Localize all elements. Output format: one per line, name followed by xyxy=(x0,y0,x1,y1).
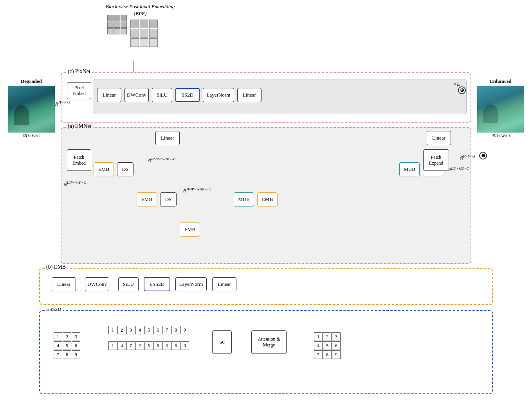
degraded-label: Degraded xyxy=(8,78,55,84)
pixnet-label: (c) PixNet xyxy=(66,68,92,75)
pixnet-dwconv: DWConv xyxy=(124,88,149,102)
math-rxw3-right2: ℝH×W×3 xyxy=(460,154,475,161)
flat-row-2: 147 258 369 xyxy=(108,341,189,350)
emb-linear2: Linear xyxy=(212,277,236,291)
ds-row2: DS xyxy=(160,192,177,206)
mub-row1: MUB xyxy=(399,162,420,176)
emnet-linear-right: Linear xyxy=(427,131,451,145)
math-rxw3-left: ℝH×W×3 xyxy=(55,100,70,107)
math-hp-wp-c: ℝH/P×W/P×C xyxy=(63,181,86,187)
math-4p-4c: ℝH/4P×W/4P×4C xyxy=(183,187,211,194)
s6-box: S6 xyxy=(212,330,232,354)
flat-row-1: 123 456 789 xyxy=(108,326,189,334)
emb-silu: SiLU xyxy=(118,277,139,291)
input-grid-3x3: 123 456 789 xyxy=(54,332,80,359)
pixnet-layernorm: LayerNorm xyxy=(203,88,234,102)
emb-section: (b) EMB Linear DWConv SiLU ESS2D LayerNo… xyxy=(39,268,493,305)
math-hp-wp-c-right: ℝH/P×W/P×C xyxy=(448,167,469,172)
enhanced-label: Enhanced xyxy=(477,78,524,84)
pixel-embed-box: PixelEmbed xyxy=(67,82,91,99)
math-right-top: ℝH×W×3 xyxy=(477,133,524,138)
ess2d-section: ESS2D 123 456 789 123 456 789 147 258 36… xyxy=(39,310,493,394)
degraded-img xyxy=(8,86,55,133)
pixnet-section: (c) PixNet PixelEmbed ⊕ ×L Linear DWConv… xyxy=(61,72,471,123)
emnet-linear-left: Linear xyxy=(155,131,180,145)
math-2p-2c: ℝH/2P×W/2P×2C xyxy=(148,157,176,163)
enhanced-image-section: Enhanced ℝH×W×3 xyxy=(477,78,524,138)
output-grid-3x3: 123 456 789 xyxy=(314,332,341,359)
emb-ess2d: ESS2D xyxy=(144,277,170,291)
emnet-label: (a) EMNet xyxy=(66,123,93,129)
emnet-plus-out: ⊕ xyxy=(479,152,487,160)
pixnet-ss2d: SS2D xyxy=(175,88,200,102)
emnet-section: (a) EMNet PatchEmbed ℝH/P×W/P×C Linear L… xyxy=(61,127,471,264)
emb-bottom: EMB xyxy=(180,223,200,237)
pixnet-silu: SiLU xyxy=(152,88,172,102)
ess2d-label: ESS2D xyxy=(45,306,63,312)
emb-label-text: (b) EMB xyxy=(45,264,67,270)
emb-linear1: Linear xyxy=(52,277,76,291)
patch-embed-box: PatchEmbed xyxy=(67,149,91,171)
times-l: ×L xyxy=(453,81,460,87)
pixnet-plus2: ⊕ xyxy=(458,86,466,94)
pixnet-linear1: Linear xyxy=(97,88,121,102)
patch-expand-box: PatchExpand xyxy=(423,149,449,171)
mub-row2: MUB xyxy=(234,192,254,206)
main-container: ⊕ Block-wise Posit xyxy=(0,0,532,402)
pixnet-linear2: Linear xyxy=(237,88,261,102)
emb-row2-1: EMB xyxy=(137,192,157,206)
math-left-top: ℝH×W×3 xyxy=(8,133,55,138)
enhanced-img xyxy=(477,86,524,133)
attention-merge-box: Attention &Merge xyxy=(251,330,287,354)
emb-layernorm: LayerNorm xyxy=(175,277,207,291)
pixnet-inner: ×L Linear DWConv SiLU SS2D LayerNorm Lin… xyxy=(93,79,467,114)
degraded-image-section: Degraded ℝH×W×3 xyxy=(8,78,55,138)
bpe-section: Block-wise Positional Embedding (BPE) xyxy=(106,3,175,47)
emb-row2-right: EMB xyxy=(257,192,278,206)
ds-row1: DS xyxy=(117,162,133,176)
emb-dwconv: DWConv xyxy=(85,277,109,291)
emb-row1-1: EMB xyxy=(94,162,114,176)
